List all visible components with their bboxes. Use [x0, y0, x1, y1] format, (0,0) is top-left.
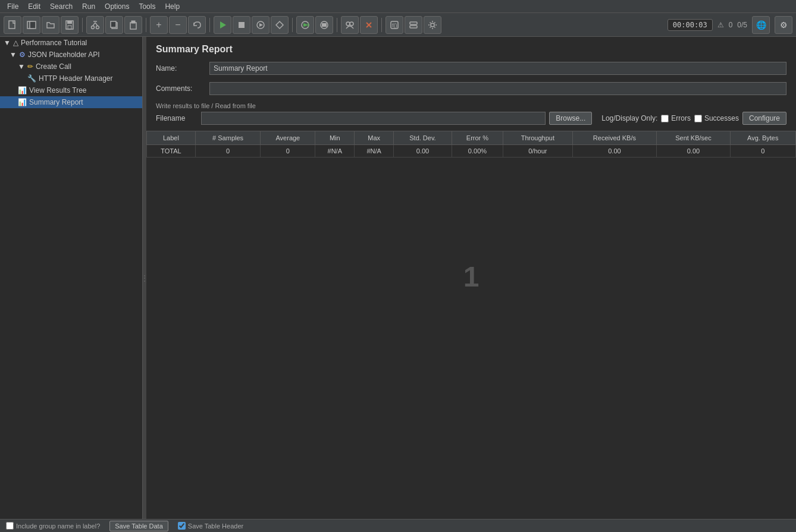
svg-marker-18: [259, 23, 263, 27]
sidebar-item-http-header[interactable]: 🔧 HTTP Header Manager: [0, 73, 142, 84]
remote-icon[interactable]: 🌐: [752, 16, 770, 34]
copy-button[interactable]: [105, 16, 123, 34]
save-table-data-button[interactable]: Save Table Data: [109, 521, 168, 531]
svg-rect-12: [111, 21, 116, 27]
cut-button[interactable]: [86, 16, 104, 34]
tree-expand-icon-3: ▼: [18, 62, 25, 71]
browse-button[interactable]: Browse...: [549, 112, 592, 125]
content-wrapper: Summary Report Name: Comments: Write res…: [146, 37, 796, 395]
run-button[interactable]: [214, 16, 231, 34]
stop-button[interactable]: [233, 16, 250, 34]
function-helper-button[interactable]: f(): [386, 16, 403, 34]
sidebar-item-summary-report[interactable]: 📊 Summary Report: [0, 96, 142, 108]
center-number: 1: [463, 260, 480, 293]
sidebar-item-json-placeholder[interactable]: ▼ ⚙ JSON Placeholder API: [0, 49, 142, 61]
save-button[interactable]: [61, 16, 79, 34]
sidebar-item-view-results-tree[interactable]: 📊 View Results Tree: [0, 84, 142, 96]
expand-button[interactable]: +: [150, 16, 168, 34]
svg-marker-15: [220, 21, 226, 29]
tree-expand-icon: ▼: [4, 39, 11, 47]
name-input[interactable]: [209, 62, 786, 75]
threads-button[interactable]: [341, 16, 359, 34]
menu-file[interactable]: File: [2, 1, 23, 12]
cell-throughput: 0/hour: [503, 145, 572, 158]
log-display-label: Log/Display Only:: [601, 114, 657, 122]
svg-marker-19: [276, 21, 283, 29]
menu-help[interactable]: Help: [160, 1, 184, 12]
successes-checkbox[interactable]: [694, 115, 702, 122]
menu-run[interactable]: Run: [77, 1, 100, 12]
include-group-label: Include group name in label?: [16, 522, 100, 530]
name-section: Name:: [146, 59, 796, 77]
errors-checkbox[interactable]: [661, 115, 669, 122]
col-sent-kb: Sent KB/sec: [657, 131, 730, 145]
remote-server-button[interactable]: [405, 16, 422, 34]
menu-edit[interactable]: Edit: [23, 1, 45, 12]
gear-icon[interactable]: ⚙: [775, 16, 792, 34]
cell-max: #N/A: [355, 145, 394, 158]
http-header-icon: 🔧: [27, 74, 36, 83]
col-error-pct: Error %: [452, 131, 503, 145]
json-placeholder-icon: ⚙: [19, 51, 26, 59]
remote-stop-button[interactable]: [315, 16, 333, 34]
sidebar-item-performance-tutorial[interactable]: ▼ △ Performance Tutorial: [0, 37, 142, 49]
svg-rect-2: [30, 21, 36, 29]
col-average: Average: [261, 131, 315, 145]
open-button[interactable]: [42, 16, 59, 34]
run-no-pause-button[interactable]: [252, 16, 269, 34]
cell-std-dev: 0.00: [394, 145, 452, 158]
filename-input[interactable]: [201, 112, 546, 125]
menu-bar: File Edit Search Run Options Tools Help: [0, 0, 796, 13]
bottom-bar: Include group name in label? Save Table …: [0, 519, 796, 532]
table-header-row: Label # Samples Average Min Max Std. Dev…: [147, 131, 796, 145]
svg-rect-4: [67, 21, 72, 24]
sidebar-item-label-6: Summary Report: [29, 98, 83, 106]
sidebar-item-label-4: HTTP Header Manager: [39, 74, 113, 83]
template-button[interactable]: [23, 16, 40, 34]
toolbar: + − f() 00:00:03 ⚠ 0 0/5: [0, 13, 796, 37]
comments-input[interactable]: [209, 82, 786, 95]
svg-rect-29: [410, 22, 417, 24]
svg-rect-30: [410, 26, 417, 28]
options-button[interactable]: [424, 16, 441, 34]
menu-options[interactable]: Options: [100, 1, 134, 12]
clear-all-button[interactable]: [360, 16, 378, 34]
filename-label: Filename: [156, 114, 198, 122]
save-table-header-label: Save Table Header: [188, 522, 243, 530]
save-table-header-section: Save Table Header: [178, 522, 243, 530]
col-received-kb: Received KB/s: [572, 131, 657, 145]
menu-search[interactable]: Search: [45, 1, 77, 12]
stop-all-button[interactable]: [271, 16, 289, 34]
save-table-header-checkbox[interactable]: [178, 522, 186, 530]
successes-checkbox-group: Successes: [694, 114, 739, 122]
sidebar-item-create-call[interactable]: ▼ ✏ Create Call: [0, 61, 142, 73]
results-table: Label # Samples Average Min Max Std. Dev…: [146, 131, 796, 158]
cell-received-kb: 0.00: [572, 145, 657, 158]
panel-title: Summary Report: [146, 37, 796, 59]
remote-start-button[interactable]: [296, 16, 314, 34]
new-button[interactable]: [4, 16, 21, 34]
svg-rect-14: [131, 21, 135, 23]
svg-point-31: [431, 23, 434, 27]
configure-button[interactable]: Configure: [742, 112, 786, 125]
toolbar-sep-1: [82, 18, 83, 32]
svg-rect-13: [130, 23, 136, 29]
paste-button[interactable]: [124, 16, 142, 34]
performance-tutorial-icon: △: [13, 39, 18, 47]
successes-label: Successes: [704, 114, 739, 122]
svg-marker-21: [303, 23, 308, 27]
main-layout: ▼ △ Performance Tutorial ▼ ⚙ JSON Placeh…: [0, 37, 796, 519]
toolbar-sep-4: [292, 18, 293, 32]
sidebar: ▼ △ Performance Tutorial ▼ ⚙ JSON Placeh…: [0, 37, 143, 519]
menu-tools[interactable]: Tools: [134, 1, 160, 12]
undo-button[interactable]: [188, 16, 206, 34]
write-results-section: Write results to file / Read from file F…: [146, 100, 796, 127]
svg-text:f(): f(): [392, 23, 397, 29]
cell-error-pct: 0.00%: [452, 145, 503, 158]
sidebar-item-label-2: JSON Placeholder API: [28, 51, 100, 59]
errors-label: Errors: [671, 114, 691, 122]
svg-point-26: [350, 22, 353, 26]
include-group-checkbox[interactable]: [6, 522, 14, 530]
collapse-button[interactable]: −: [169, 16, 187, 34]
toolbar-sep-3: [209, 18, 210, 32]
